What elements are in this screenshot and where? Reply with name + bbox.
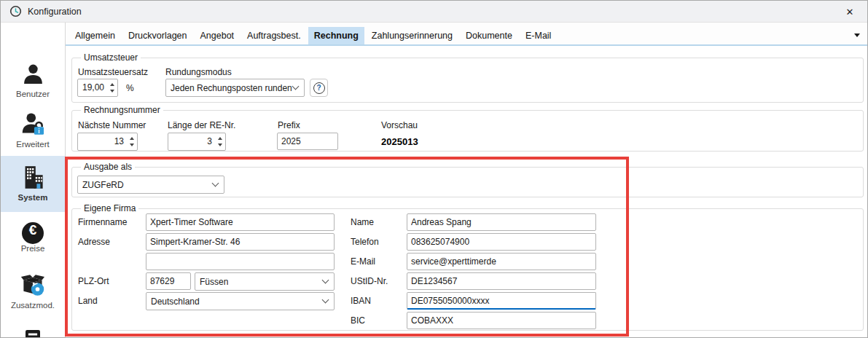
chevron-down-icon bbox=[212, 180, 219, 187]
naechste-nummer-label: Nächste Nummer bbox=[78, 120, 146, 130]
chevron-down-icon bbox=[322, 277, 329, 284]
sidebar: Benutzer i Erweitert bbox=[1, 23, 66, 338]
ort-select[interactable]: Füssen bbox=[195, 272, 335, 291]
sidebar-item-benutzer[interactable]: Benutzer bbox=[1, 63, 65, 98]
vorschau-label: Vorschau bbox=[381, 120, 418, 130]
tab-angebot[interactable]: Angebot bbox=[194, 27, 240, 44]
bic-label: BIC bbox=[351, 315, 365, 326]
tab-auftragsbest[interactable]: Auftragsbest. bbox=[241, 27, 307, 44]
email-input[interactable] bbox=[407, 253, 596, 270]
ustid-input[interactable] bbox=[407, 272, 596, 290]
telefon-label: Telefon bbox=[351, 237, 379, 247]
tab-bar: Allgemein Druckvorlagen Angebot Auftrags… bbox=[66, 23, 868, 46]
email-label: E-Mail bbox=[351, 256, 375, 267]
bic-input[interactable] bbox=[407, 312, 596, 329]
clock-app-icon bbox=[9, 5, 22, 17]
land-value: Deutschland bbox=[151, 296, 200, 307]
vorschau-value: 2025013 bbox=[381, 136, 418, 147]
chevron-down-icon bbox=[292, 83, 300, 90]
ausgabe-format-value: ZUGFeRD bbox=[82, 180, 124, 190]
groupbox-rechnungsnummer-label: Rechnungsnummer bbox=[81, 105, 163, 115]
sidebar-item-system[interactable]: System bbox=[1, 156, 65, 202]
name-label: Name bbox=[351, 217, 374, 227]
sidebar-item-bottom[interactable] bbox=[1, 329, 65, 338]
ustid-label: UStID-Nr. bbox=[351, 276, 388, 286]
rundungsmodus-label: Rundungsmodus bbox=[165, 67, 232, 77]
tab-druckvorlagen[interactable]: Druckvorlagen bbox=[122, 27, 193, 44]
umsatzsteuersatz-stepper[interactable]: 19,00 bbox=[77, 79, 118, 97]
naechste-nummer-value: 13 bbox=[78, 133, 126, 150]
stepper-down-icon[interactable] bbox=[214, 142, 225, 149]
iban-label: IBAN bbox=[351, 296, 371, 306]
land-select[interactable]: Deutschland bbox=[146, 292, 335, 310]
addon-box-icon bbox=[20, 272, 46, 301]
tab-zahlungserinnerung[interactable]: Zahlungserinnerung bbox=[366, 27, 458, 44]
tab-rechnung[interactable]: Rechnung bbox=[308, 27, 364, 44]
laenge-re-nr-label: Länge der RE-Nr. bbox=[168, 120, 235, 130]
name-input[interactable] bbox=[407, 213, 596, 231]
prefix-label: Prefix bbox=[278, 120, 300, 130]
stepper-up-icon[interactable] bbox=[126, 135, 137, 142]
land-label: Land bbox=[78, 296, 98, 306]
help-button[interactable]: ? bbox=[310, 79, 328, 97]
tab-email[interactable]: E-Mail bbox=[520, 27, 557, 44]
adresse-input[interactable] bbox=[146, 233, 335, 251]
percent-sign: % bbox=[126, 83, 134, 93]
sidebar-item-erweitert[interactable]: i Erweitert bbox=[1, 111, 65, 149]
tab-dokumente[interactable]: Dokumente bbox=[460, 27, 518, 44]
chevron-down-icon bbox=[322, 296, 329, 304]
title-bar: Konfiguration ✕ bbox=[1, 1, 867, 23]
adresse-label: Adresse bbox=[78, 237, 110, 247]
stepper-down-icon[interactable] bbox=[106, 88, 117, 95]
firmenname-label: Firmenname bbox=[78, 217, 127, 227]
sidebar-item-zusatzmod[interactable]: Zusatzmod. bbox=[1, 272, 65, 310]
server-icon bbox=[20, 329, 46, 338]
sidebar-item-label: Benutzer bbox=[1, 90, 65, 98]
groupbox-ausgabe-als-label: Ausgabe als bbox=[81, 162, 135, 172]
plz-ort-label: PLZ-Ort bbox=[78, 276, 109, 286]
laenge-re-nr-stepper[interactable]: 3 bbox=[168, 133, 226, 151]
naechste-nummer-stepper[interactable]: 13 bbox=[77, 133, 138, 151]
sidebar-item-label: Preise bbox=[1, 244, 65, 253]
sidebar-item-label: System bbox=[1, 193, 65, 202]
firmenname-input[interactable] bbox=[146, 213, 335, 231]
window-title: Konfiguration bbox=[28, 7, 82, 17]
iban-input[interactable] bbox=[407, 292, 596, 310]
rundungsmodus-value: Jeden Rechungsposten runden bbox=[171, 83, 292, 93]
prefix-input[interactable] bbox=[277, 133, 338, 150]
user-icon bbox=[21, 63, 45, 90]
stepper-up-icon[interactable] bbox=[214, 135, 225, 142]
user-lock-icon: i bbox=[20, 111, 46, 140]
sidebar-item-preise[interactable]: € Preise bbox=[1, 222, 65, 253]
rundungsmodus-select[interactable]: Jeden Rechungsposten runden bbox=[165, 79, 305, 97]
ausgabe-format-select[interactable]: ZUGFeRD bbox=[77, 176, 224, 194]
tab-overflow-chevron-icon[interactable] bbox=[854, 34, 860, 37]
konfiguration-window: Konfiguration ✕ Benutzer i bbox=[0, 0, 868, 338]
question-mark-icon: ? bbox=[313, 82, 325, 94]
building-icon bbox=[20, 165, 46, 193]
euro-icon: € bbox=[22, 222, 44, 244]
adresse2-input[interactable] bbox=[146, 253, 335, 270]
umsatzsteuersatz-label: Umsatzsteuersatz bbox=[78, 67, 148, 77]
ort-value: Füssen bbox=[200, 277, 228, 287]
telefon-input[interactable] bbox=[407, 233, 596, 251]
sidebar-item-label: Erweitert bbox=[1, 140, 65, 149]
groupbox-umsatzsteuer-label: Umsatzsteuer bbox=[81, 52, 141, 63]
laenge-re-nr-value: 3 bbox=[168, 133, 214, 150]
close-icon[interactable]: ✕ bbox=[840, 4, 860, 20]
umsatzsteuersatz-value: 19,00 bbox=[78, 79, 106, 96]
plz-input[interactable] bbox=[146, 272, 191, 290]
svg-text:i: i bbox=[38, 128, 39, 135]
tab-allgemein[interactable]: Allgemein bbox=[69, 27, 121, 44]
stepper-up-icon[interactable] bbox=[106, 82, 117, 88]
sidebar-item-label: Zusatzmod. bbox=[1, 301, 65, 310]
groupbox-eigene-firma-label: Eigene Firma bbox=[81, 203, 138, 213]
stepper-down-icon[interactable] bbox=[126, 142, 137, 149]
